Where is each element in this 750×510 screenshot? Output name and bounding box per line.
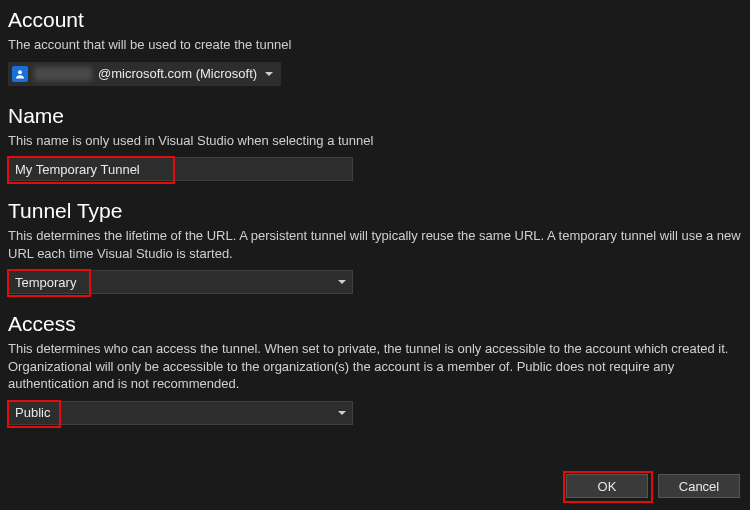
tunnel-type-description: This determines the lifetime of the URL.…: [8, 227, 742, 262]
tunnel-type-value: Temporary: [15, 275, 76, 290]
tunnel-type-dropdown[interactable]: Temporary: [8, 270, 353, 294]
tunnel-type-heading: Tunnel Type: [8, 199, 742, 223]
account-provider-icon: [12, 66, 28, 82]
name-heading: Name: [8, 104, 742, 128]
tunnel-name-input[interactable]: [8, 157, 353, 181]
name-description: This name is only used in Visual Studio …: [8, 132, 742, 150]
access-description: This determines who can access the tunne…: [8, 340, 742, 393]
ok-highlight: OK: [566, 474, 648, 498]
tunnel-type-section: Tunnel Type This determines the lifetime…: [8, 199, 742, 294]
tunnel-type-highlight: Temporary: [8, 270, 353, 294]
account-heading: Account: [8, 8, 742, 32]
access-dropdown[interactable]: Public: [8, 401, 353, 425]
access-value: Public: [15, 405, 50, 420]
chevron-down-icon: [265, 72, 273, 76]
dialog-button-row: OK Cancel: [566, 474, 740, 498]
name-highlight: [8, 157, 353, 181]
dev-tunnel-dialog: Account The account that will be used to…: [0, 0, 750, 510]
access-section: Access This determines who can access th…: [8, 312, 742, 425]
access-heading: Access: [8, 312, 742, 336]
chevron-down-icon: [338, 411, 346, 415]
name-section: Name This name is only used in Visual St…: [8, 104, 742, 182]
account-dropdown[interactable]: @microsoft.com (Microsoft): [8, 62, 281, 86]
ok-button[interactable]: OK: [566, 474, 648, 498]
account-suffix: @microsoft.com (Microsoft): [98, 66, 257, 81]
cancel-button[interactable]: Cancel: [658, 474, 740, 498]
account-description: The account that will be used to create …: [8, 36, 742, 54]
svg-point-0: [18, 70, 22, 74]
access-highlight: Public: [8, 401, 353, 425]
account-section: Account The account that will be used to…: [8, 8, 742, 86]
chevron-down-icon: [338, 280, 346, 284]
account-username-redacted: [34, 67, 92, 81]
